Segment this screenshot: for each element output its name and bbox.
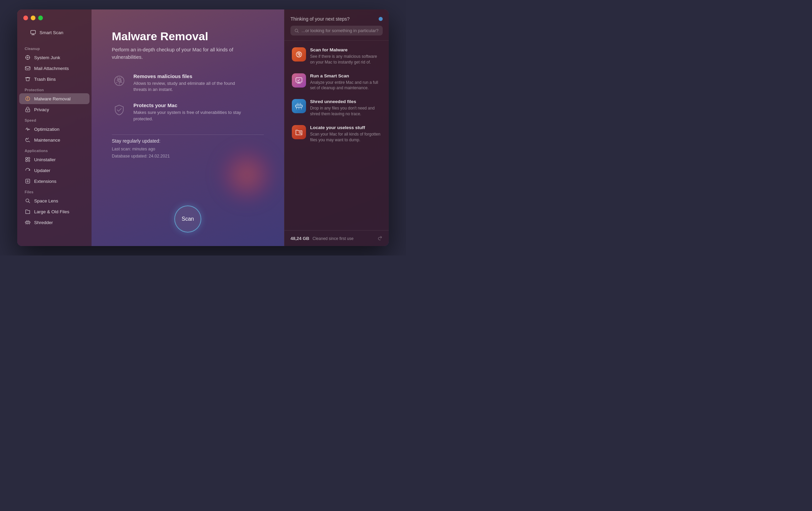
page-title: Malware Removal xyxy=(112,30,264,43)
panel-footer-text: 48,24 GB Cleaned since first use xyxy=(290,236,354,241)
panel-item-title: Scan for Malware xyxy=(310,47,381,52)
search-icon xyxy=(295,28,299,33)
panel-item-desc: Analyze your entire Mac and run a full s… xyxy=(310,80,381,91)
large-old-files-icon xyxy=(25,209,31,215)
sidebar-item-label: System Junk xyxy=(34,55,60,60)
mail-attachments-icon xyxy=(25,65,31,71)
sidebar-item-label: Space Lens xyxy=(34,198,58,203)
feature-title: Removes malicious files xyxy=(133,73,248,79)
sidebar-item-label: Optimization xyxy=(34,127,59,132)
traffic-lights xyxy=(23,16,43,20)
stay-updated: Stay regularly updated: Last scan: minut… xyxy=(112,138,264,160)
optimization-icon xyxy=(25,126,31,132)
sidebar-top: Smart Scan xyxy=(17,27,92,43)
database-updated: Database updated: 24.02.2021 xyxy=(112,153,264,160)
share-icon[interactable] xyxy=(377,235,383,241)
svg-rect-7 xyxy=(26,157,27,159)
sidebar-item-maintenance[interactable]: Maintenance xyxy=(19,135,90,145)
main-header: Malware Removal Perform an in-depth chec… xyxy=(112,30,264,61)
section-label-files: Files xyxy=(17,187,92,195)
panel-item-desc: Scan your Mac for all kinds of forgotten… xyxy=(310,131,381,143)
protects-mac-icon xyxy=(112,102,127,117)
sidebar-item-label: Extensions xyxy=(34,179,56,184)
panel-item-desc: Drop in any files you don't need and shr… xyxy=(310,105,381,117)
app-window: Smart Scan Cleanup System Junk M xyxy=(17,9,389,246)
panel-item-scan-malware[interactable]: Scan for Malware See if there is any mal… xyxy=(289,44,384,69)
panel-item-locate[interactable]: Locate your useless stuff Scan your Mac … xyxy=(289,122,384,146)
feature-description: Makes sure your system is free of vulner… xyxy=(133,110,248,122)
panel-item-shred[interactable]: Shred unneeded files Drop in any files y… xyxy=(289,96,384,120)
features-list: Removes malicious files Allows to review… xyxy=(112,73,264,122)
sidebar-item-uninstaller[interactable]: Uninstaller xyxy=(19,154,90,165)
section-label-protection: Protection xyxy=(17,84,92,93)
sidebar-item-malware-removal[interactable]: Malware Removal xyxy=(19,93,90,104)
sidebar-item-space-lens[interactable]: Space Lens xyxy=(19,195,90,206)
feature-text-protects-mac: Protects your Mac Makes sure your system… xyxy=(133,102,248,122)
smart-scan-panel-icon xyxy=(292,73,306,88)
svg-point-2 xyxy=(27,57,28,58)
feature-protects-mac: Protects your Mac Makes sure your system… xyxy=(112,102,264,122)
feature-removes-malicious: Removes malicious files Allows to review… xyxy=(112,73,264,93)
updater-icon xyxy=(25,167,31,173)
svg-rect-19 xyxy=(296,105,302,107)
panel-item-title: Run a Smart Scan xyxy=(310,73,381,78)
privacy-icon xyxy=(25,106,31,113)
section-label-cleanup: Cleanup xyxy=(17,43,92,52)
svg-point-14 xyxy=(118,80,120,82)
sidebar-item-extensions[interactable]: Extensions xyxy=(19,176,90,187)
sidebar-item-optimization[interactable]: Optimization xyxy=(19,124,90,135)
sidebar-item-large-old-files[interactable]: Large & Old Files xyxy=(19,206,90,217)
sidebar: Smart Scan Cleanup System Junk M xyxy=(17,9,92,246)
sidebar-item-smart-scan[interactable]: Smart Scan xyxy=(25,27,84,38)
close-button[interactable] xyxy=(23,16,28,20)
sidebar-item-label: Uninstaller xyxy=(34,157,56,162)
sidebar-item-label: Large & Old Files xyxy=(34,209,69,214)
malware-removal-icon xyxy=(25,96,31,102)
sidebar-item-updater[interactable]: Updater xyxy=(19,165,90,176)
main-content: Malware Removal Perform an in-depth chec… xyxy=(92,9,284,246)
page-subtitle: Perform an in-depth checkup of your Mac … xyxy=(112,46,240,61)
panel-item-smart-scan[interactable]: Run a Smart Scan Analyze your entire Mac… xyxy=(289,70,384,95)
stay-updated-title: Stay regularly updated: xyxy=(112,138,264,144)
sidebar-item-label: Malware Removal xyxy=(34,96,71,101)
panel-item-text: Locate your useless stuff Scan your Mac … xyxy=(310,125,381,143)
section-label-speed: Speed xyxy=(17,115,92,124)
sidebar-item-label: Maintenance xyxy=(34,138,60,143)
sidebar-item-trash-bins[interactable]: Trash Bins xyxy=(19,74,90,84)
scan-button-container: Scan xyxy=(112,205,264,233)
panel-title: Thinking of your next steps? xyxy=(290,16,383,22)
sidebar-item-label: Trash Bins xyxy=(34,77,56,82)
search-input[interactable] xyxy=(302,28,379,33)
sidebar-item-label: Updater xyxy=(34,168,50,173)
locate-panel-icon xyxy=(292,125,306,139)
panel-items: Scan for Malware See if there is any mal… xyxy=(284,41,389,230)
right-panel: Thinking of your next steps? xyxy=(284,9,389,246)
panel-item-title: Shred unneeded files xyxy=(310,99,381,104)
uninstaller-icon xyxy=(25,156,31,163)
minimize-button[interactable] xyxy=(31,16,35,20)
space-lens-icon xyxy=(25,198,31,204)
sidebar-item-privacy[interactable]: Privacy xyxy=(19,104,90,115)
last-scan: Last scan: minutes ago xyxy=(112,146,264,153)
svg-rect-9 xyxy=(26,160,27,162)
cleaned-label: Cleaned since first use xyxy=(312,236,353,241)
panel-item-text: Scan for Malware See if there is any mal… xyxy=(310,47,381,65)
scan-malware-icon xyxy=(292,47,306,62)
svg-point-6 xyxy=(27,110,28,111)
panel-header: Thinking of your next steps? xyxy=(284,9,389,41)
maintenance-icon xyxy=(25,137,31,143)
sidebar-item-system-junk[interactable]: System Junk xyxy=(19,52,90,63)
panel-search[interactable] xyxy=(290,26,383,35)
feature-description: Allows to review, study and eliminate al… xyxy=(133,80,248,93)
maximize-button[interactable] xyxy=(38,16,43,20)
system-junk-icon xyxy=(25,54,31,60)
shredder-icon xyxy=(25,219,31,225)
sidebar-item-label: Mail Attachments xyxy=(34,66,69,71)
sidebar-item-label: Shredder xyxy=(34,220,53,225)
panel-item-title: Locate your useless stuff xyxy=(310,125,381,130)
divider xyxy=(112,135,264,135)
sidebar-item-shredder[interactable]: Shredder xyxy=(19,217,90,228)
sidebar-item-mail-attachments[interactable]: Mail Attachments xyxy=(19,63,90,74)
scan-button[interactable]: Scan xyxy=(174,205,201,233)
smart-scan-icon xyxy=(30,29,36,35)
